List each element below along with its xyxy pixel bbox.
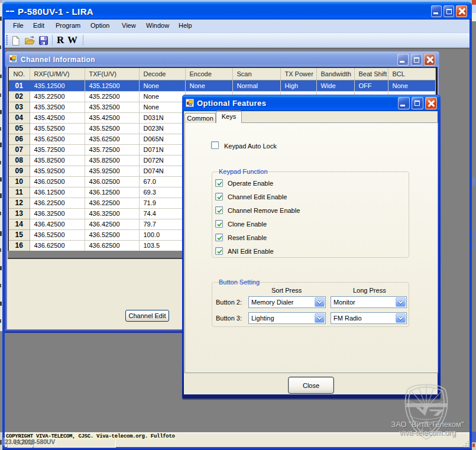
- svg-text:ЗАО "Вита-Телеком": ЗАО "Вита-Телеком": [391, 420, 464, 429]
- svg-text:viva-telecom.org: viva-telecom.org: [399, 428, 455, 437]
